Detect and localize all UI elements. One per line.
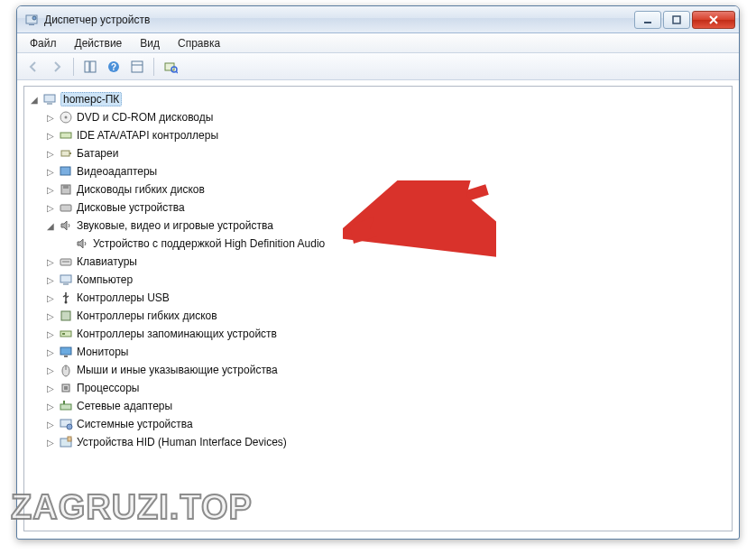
svg-rect-1 — [29, 24, 34, 25]
svg-rect-39 — [60, 404, 71, 410]
svg-point-42 — [67, 424, 72, 429]
show-hide-tree-button[interactable] — [79, 56, 101, 78]
properties-button[interactable] — [126, 56, 148, 78]
network-icon — [59, 399, 73, 413]
expander-closed-icon[interactable]: ▷ — [44, 328, 57, 340]
titlebar[interactable]: Диспетчер устройств — [17, 6, 739, 33]
tree-node-audio-device[interactable]: Устройство с поддержкой High Definition … — [26, 235, 730, 253]
tree-node[interactable]: ▷ Устройства HID (Human Interface Device… — [26, 433, 730, 451]
svg-rect-38 — [64, 386, 68, 390]
battery-icon — [59, 146, 73, 161]
system-device-icon — [59, 417, 73, 431]
storage-controller-icon — [59, 327, 73, 341]
device-tree-panel[interactable]: ◢ homepc-ПК ▷ DVD и CD-ROM дисководы ▷ I… — [23, 86, 733, 531]
svg-rect-27 — [60, 275, 71, 282]
device-manager-window: Диспетчер устройств Файл Действие Вид Сп… — [16, 5, 740, 540]
tree-node-audio[interactable]: ◢ Звуковые, видео и игровые устройства — [26, 217, 730, 235]
svg-rect-21 — [60, 167, 70, 175]
expander-closed-icon[interactable]: ▷ — [44, 147, 57, 160]
svg-rect-33 — [60, 347, 71, 355]
svg-rect-44 — [68, 437, 71, 441]
speaker-icon — [59, 218, 73, 233]
tree-root[interactable]: ◢ homepc-ПК — [26, 90, 730, 108]
svg-rect-28 — [63, 283, 69, 285]
expander-closed-icon[interactable]: ▷ — [44, 129, 57, 142]
root-label: homepc-ПК — [60, 92, 122, 106]
computer-icon — [42, 92, 57, 106]
svg-rect-14 — [44, 95, 55, 102]
expander-closed-icon[interactable]: ▷ — [44, 309, 57, 322]
keyboard-icon — [59, 254, 73, 269]
tree-node[interactable]: ▷ Клавиатуры — [26, 253, 730, 271]
menu-action[interactable]: Действие — [66, 34, 132, 52]
expander-closed-icon[interactable]: ▷ — [44, 291, 57, 304]
svg-rect-23 — [63, 185, 69, 189]
tree-node[interactable]: ▷ Процессоры — [26, 379, 730, 397]
tree-node[interactable]: ▷ Видеоадаптеры — [26, 162, 730, 180]
svg-point-2 — [32, 16, 36, 20]
tree-node[interactable]: ▷ Дисковые устройства — [26, 199, 730, 217]
close-button[interactable] — [692, 11, 735, 29]
back-button — [23, 56, 44, 78]
svg-point-29 — [65, 301, 68, 304]
cpu-icon — [59, 381, 73, 395]
tree-node[interactable]: ▷ Контроллеры USB — [26, 289, 730, 307]
svg-rect-24 — [60, 205, 71, 211]
floppy-controller-icon — [59, 309, 73, 323]
disk-icon — [59, 200, 73, 215]
floppy-icon — [59, 182, 73, 197]
menu-file[interactable]: Файл — [21, 34, 66, 52]
expander-closed-icon[interactable]: ▷ — [44, 346, 57, 358]
window-controls — [632, 11, 735, 29]
tree-node[interactable]: ▷ Мыши и иные указывающие устройства — [26, 361, 730, 379]
watermark-text: ZAGRUZI.TOP — [11, 488, 253, 527]
ide-icon — [59, 128, 73, 143]
expander-closed-icon[interactable]: ▷ — [44, 111, 57, 124]
speaker-icon — [75, 236, 89, 251]
expander-open-icon[interactable]: ◢ — [44, 219, 57, 232]
monitor-icon — [59, 345, 73, 359]
menu-help[interactable]: Справка — [169, 34, 229, 52]
toolbar: ? — [17, 53, 739, 80]
svg-rect-9 — [132, 61, 143, 72]
minimize-button[interactable] — [634, 11, 661, 29]
expander-open-icon[interactable]: ◢ — [28, 93, 41, 106]
svg-rect-32 — [62, 333, 65, 335]
tree-node[interactable]: ▷ IDE ATA/ATAPI контроллеры — [26, 126, 730, 144]
tree-node[interactable]: ▷ Дисководы гибких дисков — [26, 180, 730, 199]
svg-text:?: ? — [111, 62, 116, 72]
expander-closed-icon[interactable]: ▷ — [44, 400, 57, 412]
svg-rect-19 — [61, 151, 69, 156]
expander-closed-icon[interactable]: ▷ — [44, 255, 57, 268]
tree-node[interactable]: ▷ Батареи — [26, 144, 730, 162]
expander-closed-icon[interactable]: ▷ — [44, 436, 57, 448]
tree-node[interactable]: ▷ Системные устройства — [26, 415, 730, 433]
tree-node[interactable]: ▷ Мониторы — [26, 343, 730, 361]
help-button[interactable]: ? — [103, 56, 124, 78]
tree-node[interactable]: ▷ Сетевые адаптеры — [26, 397, 730, 415]
svg-rect-4 — [673, 16, 680, 23]
tree-node[interactable]: ▷ Контроллеры запоминающих устройств — [26, 325, 730, 343]
computer-icon — [59, 272, 73, 287]
svg-line-13 — [176, 71, 178, 73]
expander-closed-icon[interactable]: ▷ — [44, 364, 57, 376]
menu-view[interactable]: Вид — [131, 34, 169, 52]
tree-node[interactable]: ▷ Контроллеры гибких дисков — [26, 307, 730, 325]
window-title: Диспетчер устройств — [44, 14, 632, 26]
expander-closed-icon[interactable]: ▷ — [44, 165, 57, 178]
expander-closed-icon[interactable]: ▷ — [44, 418, 57, 430]
app-icon — [24, 13, 39, 27]
svg-rect-6 — [90, 61, 96, 72]
svg-rect-18 — [60, 133, 71, 138]
expander-closed-icon[interactable]: ▷ — [44, 183, 57, 196]
maximize-button[interactable] — [663, 11, 690, 29]
scan-hardware-button[interactable] — [160, 56, 181, 78]
expander-closed-icon[interactable]: ▷ — [44, 382, 57, 394]
tree-node[interactable]: ▷ DVD и CD-ROM дисководы — [26, 108, 730, 126]
tree-node[interactable]: ▷ Компьютер — [26, 271, 730, 289]
svg-rect-30 — [61, 311, 70, 320]
expander-closed-icon[interactable]: ▷ — [44, 273, 57, 286]
mouse-icon — [59, 363, 73, 377]
svg-rect-34 — [64, 355, 68, 357]
expander-closed-icon[interactable]: ▷ — [44, 201, 57, 214]
